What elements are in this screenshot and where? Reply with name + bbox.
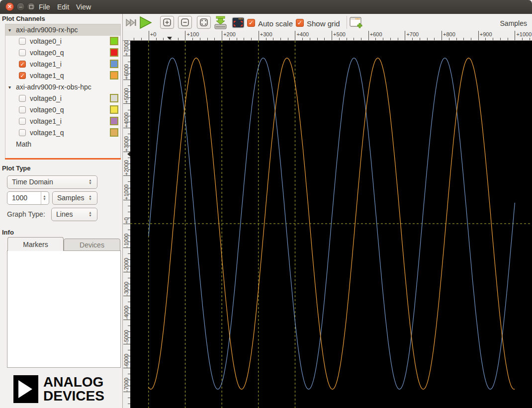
channel-color-swatch xyxy=(110,71,118,80)
minor-tick xyxy=(361,38,361,40)
channel-color-swatch xyxy=(110,128,118,137)
channel-color-swatch xyxy=(110,105,118,114)
play-button[interactable] xyxy=(139,16,152,29)
plot-type-select[interactable]: Time Domain ▲▼ xyxy=(7,175,97,189)
channel-checkbox[interactable] xyxy=(19,129,26,136)
x-tick-label: +700 xyxy=(406,31,419,37)
minor-tick xyxy=(390,38,391,40)
channel-checkbox[interactable] xyxy=(19,95,26,102)
check-icon: ✓ xyxy=(297,19,302,26)
plot-toolbar: ✓ Auto scale ✓ Show grid Samples xyxy=(123,14,532,31)
zoom-out-button[interactable] xyxy=(178,16,192,29)
channel-row[interactable]: ✓voltage1_i xyxy=(5,59,120,70)
graph-type-select[interactable]: Lines ▲▼ xyxy=(51,208,97,221)
zoom-out-icon xyxy=(180,18,189,27)
major-tick xyxy=(478,31,479,40)
channel-checkbox[interactable] xyxy=(19,38,26,45)
expander-triangle-icon[interactable]: ▾ xyxy=(8,82,11,93)
logo-text-line1: ANALOG xyxy=(43,375,103,389)
plot-svg xyxy=(130,41,532,408)
vertical-ruler[interactable]: +7000+6000+5000+4000+3000+2000+1000+0-10… xyxy=(123,41,130,408)
device-name: axi-adrv9009-rx-hpc xyxy=(16,24,78,36)
plot-channels-title: Plot Channels xyxy=(2,15,45,22)
logo-text-line2: DEVICES xyxy=(43,389,104,403)
channel-checkbox[interactable] xyxy=(19,118,26,125)
major-tick xyxy=(442,31,442,40)
tab-markers[interactable]: Markers xyxy=(7,237,64,251)
minor-tick xyxy=(522,38,523,40)
save-capture-button[interactable] xyxy=(214,16,227,29)
channel-checkbox[interactable]: ✓ xyxy=(19,72,26,79)
channel-label: voltage0_q xyxy=(30,104,64,116)
skip-forward-icon[interactable] xyxy=(126,19,137,26)
titlebar: ✕ – File Edit View xyxy=(0,0,532,14)
autoscale-checkbox[interactable]: ✓ xyxy=(247,19,255,27)
minor-tick xyxy=(420,38,420,40)
sample-count-spinner[interactable]: 1000 ▲▼ xyxy=(7,191,49,205)
major-tick xyxy=(295,31,295,40)
minor-tick xyxy=(324,38,325,40)
minor-tick xyxy=(178,38,178,40)
x-tick-label: +500 xyxy=(333,31,346,37)
channel-checkbox[interactable]: ✓ xyxy=(19,61,26,68)
zoom-fit-button[interactable] xyxy=(197,16,211,29)
sample-unit-select[interactable]: Samples ▲▼ xyxy=(52,191,97,205)
zoom-in-button[interactable] xyxy=(160,16,174,29)
minor-tick xyxy=(229,38,230,40)
menu-file[interactable]: File xyxy=(36,2,53,11)
ruler-position-marker[interactable] xyxy=(167,37,172,40)
showgrid-checkbox[interactable]: ✓ xyxy=(296,19,304,27)
showgrid-label[interactable]: Show grid xyxy=(307,19,340,28)
channel-row[interactable]: voltage0_q xyxy=(5,47,120,59)
major-tick xyxy=(515,31,515,40)
major-tick xyxy=(405,31,405,40)
minor-tick xyxy=(383,38,383,40)
waveform-plot[interactable] xyxy=(130,41,532,408)
major-tick xyxy=(123,296,130,296)
window-maximize-button[interactable] xyxy=(27,2,35,11)
major-tick xyxy=(368,31,369,40)
axis-unit-label: Samples xyxy=(500,19,527,27)
window-minimize-button[interactable]: – xyxy=(16,2,25,11)
y-tick-label: +2000 xyxy=(123,160,129,175)
channel-checkbox[interactable] xyxy=(19,106,26,113)
menu-view[interactable]: View xyxy=(74,2,93,11)
channel-row[interactable]: voltage0_i xyxy=(5,93,120,104)
tab-devices[interactable]: Devices xyxy=(64,239,120,251)
minor-tick xyxy=(412,38,413,40)
channel-row[interactable]: voltage0_q xyxy=(5,104,120,116)
channel-checkbox[interactable] xyxy=(19,49,26,56)
sample-unit-value: Samples xyxy=(57,194,84,202)
x-tick-label: +300 xyxy=(260,31,272,37)
y-tick-label: -7000 xyxy=(123,378,129,392)
maximize-icon xyxy=(29,5,33,9)
graph-type-value: Lines xyxy=(56,210,73,218)
fullscreen-button[interactable] xyxy=(232,17,245,28)
autoscale-label[interactable]: Auto scale xyxy=(258,19,293,28)
device-row[interactable]: ▾axi-adrv9009-rx-hpc xyxy=(5,24,120,36)
horizontal-ruler[interactable]: +0+100+200+300+400+500+600+700+800+900+1… xyxy=(123,31,532,41)
new-plot-button[interactable] xyxy=(350,17,363,29)
channel-row[interactable]: ✓voltage1_q xyxy=(5,70,120,82)
channel-row[interactable]: voltage1_i xyxy=(5,116,120,127)
minor-tick xyxy=(237,38,237,40)
device-row[interactable]: ▾axi-adrv9009-rx-obs-hpc xyxy=(5,82,120,93)
expander-triangle-icon[interactable]: ▾ xyxy=(8,24,11,36)
math-row[interactable]: Math xyxy=(5,139,120,150)
channel-row[interactable]: voltage1_q xyxy=(5,127,120,139)
toolbar-separator xyxy=(347,16,347,29)
x-tick-label: +1000 xyxy=(516,31,532,37)
spinner-arrows-icon[interactable]: ▲▼ xyxy=(41,192,49,204)
major-tick xyxy=(123,175,130,176)
major-tick xyxy=(259,31,259,40)
graph-type-label: Graph Type: xyxy=(7,210,45,218)
window-close-button[interactable]: ✕ xyxy=(5,2,14,11)
channel-label: voltage1_i xyxy=(30,59,62,70)
channel-row[interactable]: voltage0_i xyxy=(5,36,120,47)
menu-edit[interactable]: Edit xyxy=(55,2,72,11)
minor-tick xyxy=(493,38,493,40)
minor-tick xyxy=(192,38,193,40)
minor-tick xyxy=(463,38,464,40)
minor-tick xyxy=(485,38,486,40)
minor-tick xyxy=(273,38,273,40)
